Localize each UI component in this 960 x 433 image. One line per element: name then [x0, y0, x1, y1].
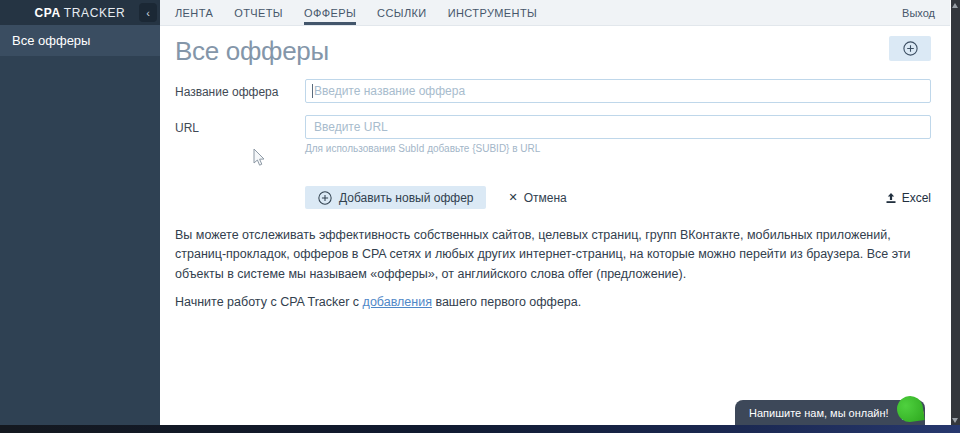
- mouse-cursor: [252, 148, 266, 168]
- top-navigation: ЛЕНТА ОТЧЕТЫ ОФФЕРЫ ССЫЛКИ ИНСТРУМЕНТЫ В…: [160, 0, 950, 26]
- tab-tools[interactable]: ИНСТРУМЕНТЫ: [448, 0, 538, 25]
- add-offer-link[interactable]: добавления: [363, 295, 432, 309]
- plus-circle-icon: [318, 191, 332, 205]
- logo-text-rest: TRACKER: [64, 6, 126, 20]
- sidebar-item-all-offers[interactable]: Все офферы: [0, 25, 160, 56]
- tab-links[interactable]: ССЫЛКИ: [377, 0, 427, 25]
- excel-export-button[interactable]: Excel: [885, 191, 931, 205]
- tab-lenta[interactable]: ЛЕНТА: [175, 0, 213, 25]
- app-logo: CPATRACKER: [35, 6, 126, 20]
- url-label: URL: [175, 115, 305, 139]
- vertical-scrollbar[interactable]: [951, 0, 960, 433]
- chat-message: Напишите нам, мы онлайн!: [749, 407, 889, 419]
- logout-link[interactable]: Выход: [902, 0, 935, 25]
- sidebar-item-label: Все офферы: [12, 33, 90, 48]
- page-content: Все офферы Название оффера URL Для испол…: [160, 36, 950, 309]
- tab-offers[interactable]: ОФФЕРЫ: [304, 0, 356, 25]
- main-area: ЛЕНТА ОТЧЕТЫ ОФФЕРЫ ССЫЛКИ ИНСТРУМЕНТЫ В…: [160, 0, 950, 425]
- scroll-up-icon[interactable]: [952, 3, 958, 8]
- page-title: Все офферы: [175, 36, 329, 67]
- chat-widget[interactable]: Напишите нам, мы онлайн! jivo: [735, 400, 925, 425]
- scroll-down-icon[interactable]: [952, 418, 958, 423]
- cancel-button[interactable]: ✕ Отмена: [508, 191, 566, 205]
- sidebar-header: CPATRACKER ‹: [0, 0, 160, 25]
- chevron-left-icon: ‹: [146, 7, 150, 19]
- tab-reports[interactable]: ОТЧЕТЫ: [234, 0, 283, 25]
- sidebar-collapse-button[interactable]: ‹: [139, 3, 157, 22]
- text-caret: [312, 84, 313, 98]
- window-bottom-edge: [0, 425, 960, 433]
- submit-new-offer-button[interactable]: Добавить новый оффер: [305, 186, 486, 209]
- offers-description: Вы можете отслеживать эффективность собс…: [175, 226, 931, 284]
- subid-hint: Для использования SubId добавьте {SUBID}…: [305, 143, 931, 154]
- getting-started-text: Начните работу с CPA Tracker с добавлени…: [175, 295, 931, 309]
- plus-circle-icon: [903, 41, 918, 56]
- offer-url-input[interactable]: [305, 115, 931, 139]
- sidebar: CPATRACKER ‹ Все офферы: [0, 0, 160, 425]
- close-icon: ✕: [508, 191, 517, 204]
- logo-text-bold: CPA: [35, 6, 61, 20]
- offer-name-label: Название оффера: [175, 79, 305, 103]
- offer-name-input[interactable]: [305, 79, 931, 103]
- add-offer-button[interactable]: [889, 36, 931, 61]
- upload-icon: [885, 192, 897, 204]
